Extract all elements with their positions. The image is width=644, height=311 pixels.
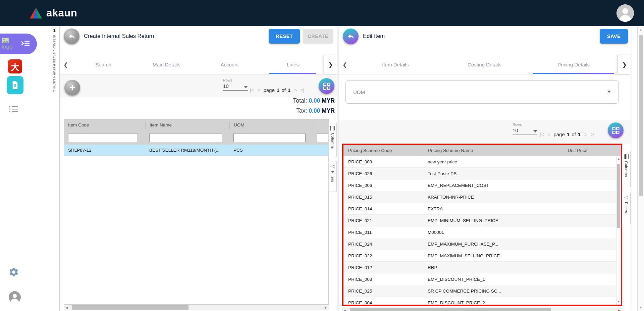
item-name-filter-input[interactable]: [149, 133, 222, 142]
grid-view-button[interactable]: [608, 122, 624, 138]
column-header-pricing-scheme-code[interactable]: Pricing Scheme Code: [343, 148, 423, 153]
grid-view-button[interactable]: [319, 78, 334, 94]
page-title: Create Internal Sales Return: [84, 33, 154, 39]
scroll-down-icon[interactable]: ▼: [638, 306, 644, 309]
scroll-right-icon[interactable]: ▶: [616, 309, 622, 311]
uom-filter-input[interactable]: [233, 133, 306, 142]
left-tabs: SearchMain DetailsAccountLines: [72, 55, 324, 74]
scrollbar-thumb[interactable]: [350, 308, 551, 311]
tabs-scroll-left-icon[interactable]: ❮: [60, 55, 72, 74]
left-tabbar: ❮ SearchMain DetailsAccountLines ❯: [60, 55, 337, 74]
scroll-down-icon[interactable]: ▼: [616, 300, 621, 303]
prev-page-button[interactable]: <: [547, 132, 550, 137]
column-header-item-name[interactable]: Item Name: [145, 121, 229, 129]
item-code-filter-input[interactable]: [68, 133, 138, 142]
pricing-table-row[interactable]: PRICE_009new year price: [343, 156, 616, 168]
first-page-button[interactable]: |<: [250, 87, 254, 93]
back-button[interactable]: [343, 29, 359, 44]
tax-line: Tax: 0.00 MYR: [293, 107, 335, 117]
scroll-up-icon[interactable]: ▲: [616, 157, 621, 160]
tab-main-details[interactable]: Main Details: [135, 55, 198, 74]
pricing-table-row[interactable]: PRICE_024EMP_MAXIMUM_PURCHASE_P...: [343, 238, 616, 250]
app-sidebar: logo 大 $: [0, 26, 32, 311]
tab-account[interactable]: Account: [198, 55, 261, 74]
pricing-table-row[interactable]: PRICE_006EMP_REPLACEMENT_COST: [343, 179, 616, 191]
tabs-scroll-right-icon[interactable]: ❯: [324, 55, 337, 74]
pricing-table-row[interactable]: PRICE_004EMP_DISCOUNT_PRICE_2: [343, 297, 616, 306]
create-button[interactable]: CREATE: [303, 29, 333, 44]
cell-pricing-scheme-code: PRICE_009: [343, 159, 423, 164]
grid-view-icon: [323, 83, 330, 90]
column-header-uom[interactable]: UOM: [229, 121, 313, 129]
user-profile-icon[interactable]: [9, 291, 21, 303]
tab-lines[interactable]: Lines: [261, 55, 324, 74]
settings-gear-icon[interactable]: [8, 266, 19, 278]
pricing-table-row[interactable]: PRICE_003EMP_DISCOUNT_PRICE_1: [343, 273, 616, 285]
uom-dropdown[interactable]: UOM: [345, 80, 619, 104]
right-tabs: Item DetailsCosting DetailsPricing Detai…: [351, 55, 618, 74]
module-vertical-tab[interactable]: 1 INTERNAL SALES RETURN LISTING: [49, 26, 60, 311]
columns-tool-tab[interactable]: Columns: [328, 123, 337, 157]
scroll-left-icon[interactable]: ◀: [64, 306, 69, 309]
last-page-button[interactable]: >|: [591, 132, 594, 137]
back-button[interactable]: [64, 29, 79, 44]
svg-text:$: $: [14, 84, 16, 88]
reset-button[interactable]: RESET: [269, 29, 300, 44]
scrollbar-thumb[interactable]: [72, 305, 189, 310]
cell-pricing-scheme-code: PRICE_003: [343, 277, 423, 282]
pricing-table-vertical-scrollbar[interactable]: ▲ ▼: [616, 156, 621, 305]
pricing-table-row[interactable]: PRICE_025SR CP COMMERCE PRICING SC...: [343, 285, 616, 297]
next-page-button[interactable]: >: [294, 87, 297, 93]
broken-image-icon: [2, 38, 9, 43]
rows-per-page-select[interactable]: 10: [513, 127, 537, 135]
tab-search[interactable]: Search: [72, 55, 135, 74]
extra-filter-input[interactable]: [317, 133, 328, 142]
column-header-pricing-scheme-name[interactable]: Pricing Scheme Name: [423, 147, 506, 154]
column-header-item-code[interactable]: Item Code: [64, 122, 145, 127]
next-page-button[interactable]: >: [584, 132, 587, 137]
user-avatar[interactable]: [616, 4, 634, 22]
menu-collapse-icon[interactable]: [20, 40, 31, 48]
scroll-up-icon[interactable]: ▲: [638, 28, 644, 31]
scrollbar-thumb[interactable]: [617, 164, 620, 228]
cell-pricing-scheme-name: new year price: [423, 159, 506, 164]
save-button[interactable]: SAVE: [600, 29, 628, 44]
pricing-table-row[interactable]: PRICE_011M00001: [343, 226, 616, 238]
rows-per-page-select[interactable]: 10: [223, 83, 248, 91]
cell-item-name: BEST SELLER RM118/MONTH (...: [145, 148, 229, 153]
first-page-button[interactable]: |<: [540, 132, 544, 137]
column-header-unit-price[interactable]: Unit Price: [506, 147, 592, 154]
pricing-table-row[interactable]: PRICE_026Test-Paste-PS: [343, 168, 616, 179]
scroll-right-icon[interactable]: ▶: [323, 306, 329, 309]
pricing-table-row[interactable]: PRICE_012RRP: [343, 262, 616, 273]
pricing-table-row[interactable]: PRICE_014EXTRA: [343, 203, 616, 215]
list-menu-icon[interactable]: [9, 106, 18, 112]
right-horizontal-scrollbar[interactable]: ◀ ▶: [342, 307, 622, 311]
filters-tool-tab[interactable]: Filters: [622, 192, 631, 224]
last-page-button[interactable]: >|: [301, 87, 304, 93]
scrollbar-thumb[interactable]: [639, 35, 643, 196]
scroll-left-icon[interactable]: ◀: [342, 309, 348, 311]
red-app-icon[interactable]: 大: [8, 59, 22, 73]
tenant-logo-pill[interactable]: logo: [0, 34, 37, 54]
filters-funnel-icon: [624, 195, 629, 200]
add-line-button[interactable]: +: [64, 80, 80, 96]
page-vertical-scrollbar[interactable]: ▲ ▼: [637, 26, 644, 311]
pricing-table-row[interactable]: PRICE_022EMP_MAXIMUM_SELLING_PRICE: [343, 250, 616, 262]
pricing-table-row[interactable]: PRICE_015KRAFTON-INR-PRICE: [343, 191, 616, 203]
left-horizontal-scrollbar[interactable]: ◀ ▶: [64, 305, 329, 310]
tab-costing-details[interactable]: Costing Details: [440, 55, 529, 74]
table-row-selected[interactable]: SRLP87-12 BEST SELLER RM118/MONTH (... P…: [64, 145, 328, 156]
filters-tool-tab[interactable]: Filters: [328, 161, 337, 192]
pricing-table-row[interactable]: PRICE_021EMP_MINIMUM_SELLING_PRICE: [343, 215, 616, 226]
tabs-scroll-left-icon[interactable]: ❮: [339, 55, 351, 74]
prev-page-button[interactable]: <: [257, 87, 260, 93]
plus-icon: +: [69, 82, 75, 92]
person-icon: [616, 4, 634, 22]
billing-app-icon[interactable]: $: [7, 76, 23, 94]
columns-tool-tab[interactable]: Columns: [622, 151, 631, 187]
tab-pricing-details[interactable]: Pricing Details: [529, 55, 618, 74]
rows-per-page: Rows 10: [223, 78, 248, 91]
tab-item-details[interactable]: Item Details: [351, 55, 440, 74]
tabs-scroll-right-icon[interactable]: ❯: [618, 55, 631, 74]
